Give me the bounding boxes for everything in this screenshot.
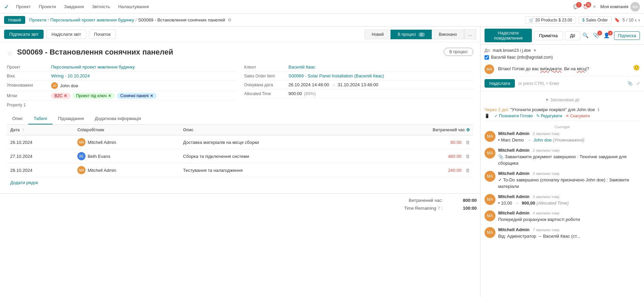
send-action-button[interactable]: Надіслати [485, 79, 515, 88]
tab-description[interactable]: Опис [7, 113, 28, 124]
table-row: 26.10.2024 MA Mitchell Admin Доставка ма… [7, 135, 473, 149]
sales-order-label: Sales Order [586, 18, 608, 23]
task-header: ☆ S00069 - Встановлення сонячних панелей… [7, 48, 473, 57]
assignee-name[interactable]: John doe [60, 83, 78, 88]
chat-messages: ▼ Заплановані дії Через 2 дні: "Уточнити… [480, 91, 644, 297]
timer-notification[interactable]: ⏰ 35 [583, 4, 588, 9]
cell-date: 27.10.2024 [7, 149, 74, 163]
attachment-icon[interactable]: 📎 1 [593, 32, 599, 39]
delete-row-icon[interactable]: 🗑 [465, 168, 470, 173]
edit-button[interactable]: ✎ Редагувати [536, 114, 562, 118]
col-date[interactable]: Дата ↑ [7, 125, 74, 135]
chat-message-3: MA Mitchell Admin 3 хвилини тому ✓ To-Do… [485, 171, 640, 190]
compose-message[interactable]: MA Вітаю! Готові до вас виїжджати. Ви на… [485, 62, 640, 76]
tag-b2c-remove[interactable]: ✕ [64, 93, 67, 98]
sales-order-button[interactable]: $ Sales Order [579, 16, 612, 24]
gear-icon[interactable]: ⚙ [228, 17, 232, 23]
tags-label: Мітки [7, 93, 51, 98]
chat-notification[interactable]: 💬 7 [573, 4, 579, 9]
recipients[interactable]: mark.brown23 і j.doe [493, 48, 531, 53]
note-button[interactable]: Примітка [534, 31, 563, 40]
nav-projects[interactable]: Проекти [35, 0, 60, 14]
next-page-button[interactable]: › [638, 17, 640, 23]
tab-additional[interactable]: Додаткова інформація [89, 113, 147, 124]
company-name: Моя компанія [600, 4, 628, 9]
prev-page-button[interactable]: ‹ [635, 17, 637, 23]
planned-action-info[interactable]: ℹ [598, 107, 599, 112]
msg-body-3: Mitchell Admin 3 хвилини тому ✓ To-Do за… [498, 171, 640, 190]
planned-actions-header: ▼ Заплановані дії [485, 98, 640, 102]
mark-done-button[interactable]: ✓ Позначити Готово [494, 114, 533, 118]
client-value[interactable]: Василій Квас [289, 64, 316, 70]
time-remaining-help[interactable]: ? [438, 206, 440, 211]
breadcrumb-project[interactable]: Персональний проект живлення будинку [50, 17, 134, 23]
sort-icon: ↑ [22, 128, 24, 132]
compose-attach-icon[interactable]: 📎 [627, 81, 633, 86]
actions-button[interactable]: Дії [565, 31, 580, 40]
tag-proj-remove[interactable]: ✕ [108, 93, 111, 98]
nav-reports[interactable]: Звітність [88, 0, 114, 14]
allocated-value[interactable]: 900:00 [289, 91, 302, 96]
pipeline-done[interactable]: Виконано [432, 30, 464, 39]
sign-report-button[interactable]: Підписати звіт [4, 30, 44, 39]
tag-solar[interactable]: Сонячні панелі ✕ [117, 93, 157, 99]
tag-b2c[interactable]: B2C ✕ [51, 93, 71, 99]
breadcrumb-projects[interactable]: Проекти [29, 17, 46, 23]
sales-item-value[interactable]: S00069 - Solar Panel Installation (Васил… [289, 73, 384, 78]
employee-avatar: MA [77, 138, 86, 146]
cell-date: 26.10.2024 [7, 135, 74, 149]
date-to[interactable]: 31.10.2024 13:48:00 [338, 82, 378, 87]
bookmark-icon[interactable]: 🔖 [614, 17, 620, 23]
compose-expand-icon[interactable]: ⤢ [636, 81, 640, 86]
favorite-icon[interactable]: ☆ [7, 49, 13, 57]
cancel-button[interactable]: ✕ Скасувати [566, 114, 590, 118]
send-report-button[interactable]: Надіслати звіт [46, 30, 86, 39]
project-field: Проект Персональний проект живлення буди… [7, 63, 236, 72]
pipeline-new[interactable]: Новий [365, 30, 391, 39]
search-chat-icon[interactable]: 🔍 [582, 32, 589, 39]
new-button[interactable]: Новий [4, 16, 25, 24]
table-row: 28.10.2024 MA Mitchell Admin Тестування … [7, 163, 473, 177]
send-message-button[interactable]: Надіслати повідомлення [485, 29, 532, 42]
company-selector[interactable]: Моя компанія MA [600, 2, 640, 12]
nav-settings[interactable]: Налаштування [114, 0, 153, 14]
whatsapp-icon: 📱 [485, 114, 490, 118]
employee-name: Mitchell Admin [88, 140, 116, 145]
msg-body-2: Mitchell Admin 2 хвилини тому 📎 Завантаж… [498, 148, 640, 167]
sales-item-field: Sales Order Item S00069 - Solar Panel In… [244, 72, 474, 80]
start-button[interactable]: Початок [89, 30, 116, 39]
recipients-dropdown[interactable]: ▼ [533, 48, 537, 53]
delete-row-icon[interactable]: 🗑 [465, 154, 470, 159]
tab-timesheet[interactable]: Табелі [28, 113, 52, 124]
task-status-badge[interactable]: В процесі [444, 48, 473, 56]
tag-solar-remove[interactable]: ✕ [150, 93, 153, 98]
msg-arrow-1: → [526, 137, 531, 143]
subscribe-button[interactable]: Підписка [614, 31, 640, 40]
emoji-icon[interactable]: 🙂 [633, 64, 640, 71]
tab-subtasks[interactable]: Підзавдання [52, 113, 89, 124]
products-button[interactable]: 🛒 20 Products $ 23.00 [525, 16, 576, 24]
pipeline-in-progress[interactable]: В процесі 2r [390, 30, 432, 39]
to-label: До: [485, 48, 491, 53]
followers-icon[interactable]: 👤 4 [603, 32, 610, 39]
timer-badge: 35 [586, 2, 591, 8]
tag-proj[interactable]: Проект під ключ ✕ [73, 93, 115, 99]
planned-action-item: Через 2 дні: "Уточнити розміри покрівлі"… [485, 105, 640, 121]
timesheet-settings-icon[interactable]: ⚙ [466, 128, 470, 132]
right-panel: Надіслати повідомлення Примітка Дії 🔍 📎 … [480, 27, 644, 297]
date-from[interactable]: 26.10.2024 14:48:00 [289, 82, 329, 87]
viha-value[interactable]: Wiring - 10.10.2024 [51, 73, 90, 78]
left-panel: Підписати звіт Надіслати звіт Початок Но… [0, 27, 480, 297]
project-value[interactable]: Персональний проект живлення будинку [51, 64, 135, 70]
add-row-button[interactable]: Додати рядок [7, 177, 473, 188]
time-remaining-row: Time Remaining ?: 100:00 [3, 204, 477, 212]
nav-project[interactable]: Проект [12, 0, 35, 14]
nav-tasks[interactable]: Завдання [60, 0, 88, 14]
pipeline-more-button[interactable]: … [464, 29, 476, 39]
delete-row-icon[interactable]: 🗑 [465, 140, 470, 145]
recipient-checkbox[interactable] [485, 55, 489, 60]
assignee-label: Уповноважені [7, 83, 51, 88]
msg-to-1[interactable]: John doe [534, 137, 552, 143]
date-arrow: → [331, 82, 336, 87]
total-spent-label: Витрачений час: [409, 198, 443, 203]
